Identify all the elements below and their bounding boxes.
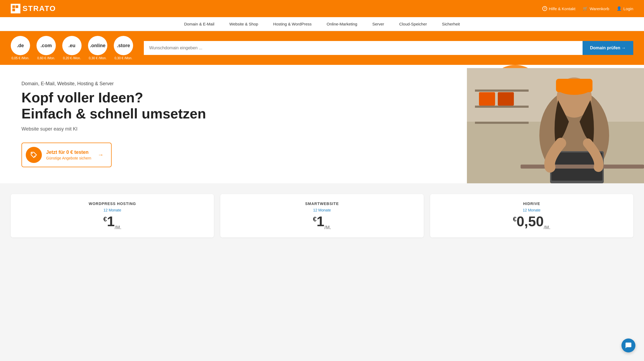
domain-check-button[interactable]: Domain prüfen →	[583, 41, 633, 55]
hero-person-image	[467, 68, 644, 183]
logo[interactable]: STRATO	[11, 4, 56, 13]
nav-item-marketing[interactable]: Online-Marketing	[319, 18, 365, 30]
products-section: WORDPRESS HOSTING 12 Monate €1/M. SMARTW…	[0, 183, 644, 243]
login-label: Login	[623, 6, 633, 11]
svg-rect-14	[556, 79, 592, 92]
login-link[interactable]: 👤 Login	[617, 6, 633, 11]
price-de: 0,05 € /Mon.	[12, 56, 30, 60]
cart-label: Warenkorb	[590, 6, 609, 11]
cart-icon: 🛒	[583, 6, 588, 11]
domain-badge-com[interactable]: .com 0,60 € /Mon.	[36, 36, 56, 60]
tld-eu: .eu	[62, 36, 82, 55]
domain-search-input[interactable]	[144, 41, 583, 55]
wordpress-title: WORDPRESS HOSTING	[89, 202, 136, 206]
price-eu: 0,20 € /Mon.	[63, 56, 81, 60]
domain-badge-eu[interactable]: .eu 0,20 € /Mon.	[62, 36, 82, 60]
svg-rect-2	[12, 9, 15, 11]
svg-rect-1	[16, 5, 18, 8]
product-card-hidrive[interactable]: HIDRIVE 12 Monate €0,50/M.	[430, 194, 633, 237]
svg-rect-7	[475, 106, 529, 108]
nav-item-security[interactable]: Sicherheit	[434, 18, 467, 30]
hero-cta-sub-text: Günstige Angebote sichern	[46, 156, 91, 160]
brand-name: STRATO	[23, 4, 56, 13]
smartwebsite-price: €1/M.	[313, 214, 331, 230]
hero-description: Website super easy mit KI	[21, 126, 206, 132]
domain-badges: .de 0,05 € /Mon. .com 0,60 € /Mon. .eu 0…	[11, 36, 133, 60]
tld-online: .online	[88, 36, 107, 55]
wordpress-price: €1/M.	[103, 214, 121, 230]
hidrive-title: HIDRIVE	[523, 202, 540, 206]
svg-rect-0	[12, 5, 15, 8]
hero-cta-main-text: Jetzt für 0 € testen	[46, 150, 91, 155]
domain-badge-de[interactable]: .de 0,05 € /Mon.	[11, 36, 30, 60]
smartwebsite-title: SMARTWEBSITE	[305, 202, 339, 206]
hidrive-price: €0,50/M.	[513, 214, 551, 230]
help-icon: ?	[542, 6, 547, 11]
nav-item-hosting[interactable]: Hosting & WordPress	[266, 18, 319, 30]
nav-item-domain[interactable]: Domain & E-Mail	[177, 18, 222, 30]
logo-icon	[11, 4, 20, 13]
hero-cta-text: Jetzt für 0 € testen Günstige Angebote s…	[46, 150, 91, 160]
svg-rect-6	[475, 90, 529, 92]
tld-de: .de	[11, 36, 30, 55]
product-card-smartwebsite[interactable]: SMARTWEBSITE 12 Monate €1/M.	[220, 194, 423, 237]
user-icon: 👤	[617, 6, 622, 11]
price-com: 0,60 € /Mon.	[37, 56, 55, 60]
hero-subtitle: Domain, E-Mail, Website, Hosting & Serve…	[21, 81, 206, 87]
nav-item-cloud[interactable]: Cloud-Speicher	[392, 18, 434, 30]
domain-badge-online[interactable]: .online 0,30 € /Mon.	[88, 36, 107, 60]
tld-store: .store	[114, 36, 133, 55]
svg-rect-17	[521, 165, 644, 169]
hero-cta-button[interactable]: Jetzt für 0 € testen Günstige Angebote s…	[21, 143, 112, 167]
tld-com: .com	[36, 36, 56, 55]
top-nav-links: ? Hilfe & Kontakt 🛒 Warenkorb 👤 Login	[542, 6, 633, 11]
top-nav: STRATO ? Hilfe & Kontakt 🛒 Warenkorb 👤 L…	[0, 0, 644, 17]
domain-bar: .de 0,05 € /Mon. .com 0,60 € /Mon. .eu 0…	[0, 31, 644, 65]
cart-link[interactable]: 🛒 Warenkorb	[583, 6, 609, 11]
price-online: 0,30 € /Mon.	[89, 56, 107, 60]
hidrive-period: 12 Monate	[523, 208, 540, 212]
nav-item-server[interactable]: Server	[365, 18, 391, 30]
hero-cta-arrow: →	[98, 151, 104, 158]
tag-icon	[26, 147, 42, 163]
domain-search-area: Domain prüfen →	[144, 41, 633, 55]
wordpress-period: 12 Monate	[104, 208, 121, 212]
svg-rect-9	[479, 92, 495, 106]
main-nav: Domain & E-Mail Website & Shop Hosting &…	[0, 17, 644, 31]
svg-rect-10	[498, 92, 514, 106]
smartwebsite-period: 12 Monate	[313, 208, 331, 212]
hero-section: Domain, E-Mail, Website, Hosting & Serve…	[0, 65, 644, 183]
hero-title: Kopf voller Ideen? Einfach & schnell ums…	[21, 90, 206, 122]
product-card-wordpress[interactable]: WORDPRESS HOSTING 12 Monate €1/M.	[11, 194, 214, 237]
price-store: 0,30 € /Mon.	[115, 56, 133, 60]
help-label: Hilfe & Kontakt	[549, 6, 575, 11]
svg-rect-8	[475, 122, 529, 124]
hero-image-area	[290, 65, 644, 183]
help-link[interactable]: ? Hilfe & Kontakt	[542, 6, 575, 11]
nav-item-website[interactable]: Website & Shop	[222, 18, 266, 30]
hero-content: Domain, E-Mail, Website, Hosting & Serve…	[0, 65, 228, 183]
domain-badge-store[interactable]: .store 0,30 € /Mon.	[114, 36, 133, 60]
